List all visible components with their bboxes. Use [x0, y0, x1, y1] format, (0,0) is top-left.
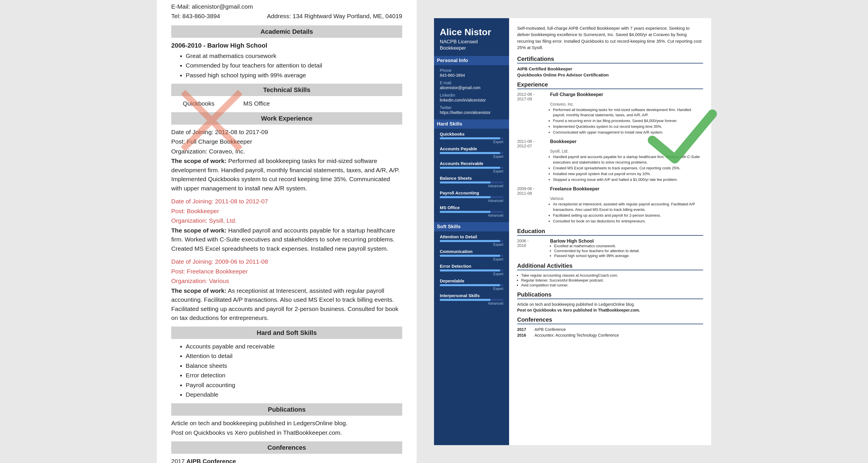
- exp-bullet-1-1: Created MS Excel spreadsheets to track e…: [553, 166, 703, 171]
- exp-title-1: Bookkeeper: [550, 139, 577, 148]
- phone-value: 843-860-3894: [440, 73, 503, 77]
- exp-bullet-2-0: As receptionist at Interescent, assisted…: [553, 202, 703, 212]
- left-resume: Alice Nistor E-Mail: alicenistor@gmail.c…: [157, 0, 417, 463]
- soft-skill-2: Balance sheets: [186, 361, 402, 370]
- work-section-header: Work Experience: [171, 112, 402, 125]
- email-label: E-mail: [440, 80, 503, 85]
- academic-bullets: Great at mathematics coursework Commende…: [186, 51, 402, 80]
- right-conf-year-0: 2017: [517, 327, 529, 332]
- hard-skill-name-5: MS Office: [440, 205, 503, 210]
- hard-skill-name-2: Accounts Receivable: [440, 161, 503, 166]
- work-scope-2: The scope of work: As receptionist at In…: [171, 286, 402, 323]
- activities-container: Take regular accounting classes at Accou…: [521, 273, 703, 287]
- hard-skill-bar-fill-5: [440, 211, 491, 213]
- hard-skill-level-4: Advanced: [440, 199, 503, 203]
- exp-header-1: 2011-08 -2012-07 Bookkeeper: [517, 139, 703, 148]
- soft-skill-bar-fill-0: [440, 240, 500, 242]
- exp-bullets-2: As receptionist at Interescent, assisted…: [553, 202, 703, 224]
- hard-skill-level-2: Expert: [440, 169, 503, 173]
- work-joining-2: Date of Joining: 2009-06 to 2011-08: [171, 257, 402, 266]
- edu-dates-0: 2006 -2010: [517, 238, 546, 259]
- right-conf-year-1: 2016: [517, 333, 529, 337]
- conferences-section-header: Conferences: [171, 441, 402, 454]
- exp-bullet-2-2: Consulted for book on tax deductions for…: [553, 219, 703, 224]
- soft-skill-level-3: Expert: [440, 287, 503, 291]
- work-scope-0: The scope of work: Performed all bookkee…: [171, 156, 402, 193]
- right-conf-entry-1: 2016 Accountex: Accounting Technology Co…: [517, 333, 703, 337]
- soft-skill-level-0: Expert: [440, 242, 503, 246]
- exp-bullet-2-1: Facilitated setting up accounts and payr…: [553, 213, 703, 218]
- hard-skills-title: Hard Skills: [434, 120, 509, 129]
- summary-text: Self-motivated, full-charge AIPB Certifi…: [517, 25, 703, 51]
- soft-skill-bar-fill-2: [440, 269, 500, 271]
- activity-1: Regular listener, Successful Bookkeeper …: [521, 278, 703, 283]
- hard-skill-bar-fill-1: [440, 152, 500, 154]
- right-resume: Alice Nistor NACPB Licensed Bookkeeper P…: [434, 18, 711, 445]
- right-pub-1: Post on Quickbooks vs Xero published in …: [517, 308, 703, 312]
- activity-2: Avid competition trail runner.: [521, 283, 703, 287]
- exp-bullets-1: Handled payroll and accounts payable for…: [553, 154, 703, 182]
- soft-skill-bar-fill-3: [440, 284, 500, 286]
- soft-skill-name-3: Dependable: [440, 278, 503, 283]
- conf-0: 2017 AIPB Conference: [171, 457, 402, 463]
- soft-skill-3: Error detection: [186, 371, 402, 380]
- soft-skill-bar-bg-4: [440, 299, 503, 301]
- phone-label: Phone: [440, 68, 503, 73]
- left-address: Address: 134 Rightward Way Portland, ME,…: [267, 11, 402, 21]
- hard-skill-name-1: Accounts Payable: [440, 146, 503, 151]
- exp-bullet-0-1: Found a recurring error in tax filing pr…: [553, 118, 703, 124]
- work-entry-1: Date of Joining: 2011-08 to 2012-07 Post…: [171, 197, 402, 253]
- soft-skill-0: Accounts payable and receivable: [186, 342, 402, 351]
- experience-title: Experience: [517, 81, 703, 89]
- right-pub-0: Article on tech and bookkeeping publishe…: [517, 302, 703, 307]
- soft-skill-bar-bg-3: [440, 284, 503, 286]
- hard-skill-name-4: Payroll Accounting: [440, 190, 503, 195]
- exp-dates-2: 2009-06 -2011-08: [517, 186, 546, 196]
- right-sidebar: Alice Nistor NACPB Licensed Bookkeeper P…: [434, 18, 509, 445]
- exp-dates-0: 2012-08 -2017-09: [517, 92, 546, 101]
- exp-bullets-0: Performed all bookkeeping tasks for mid-…: [553, 107, 703, 135]
- work-org-0: Organization: Coraveo, Inc.: [171, 147, 402, 156]
- soft-skill-5: Dependable: [186, 390, 402, 399]
- exp-header-2: 2009-06 -2011-08 Freelance Bookkeeper: [517, 186, 703, 196]
- work-scope-1: The scope of work: Handled payroll and a…: [171, 226, 402, 253]
- academic-bullet-1: Commended by four teachers for attention…: [186, 61, 402, 70]
- soft-skill-name-4: Interpersonal Skills: [440, 293, 503, 298]
- right-conf-name-0: AIPB Conference: [534, 327, 566, 332]
- activities-title: Additional Activities: [517, 263, 703, 270]
- edu-entry-0: 2006 -2010 Barlow High School Excelled a…: [517, 238, 703, 259]
- work-entry-0: Date of Joining: 2012-08 to 2017-09 Post…: [171, 128, 402, 193]
- edu-bullets-0: Excelled at mathematics coursework.Comme…: [554, 244, 640, 258]
- hard-skill-level-0: Expert: [440, 140, 503, 144]
- skill-quickbooks: Quickbooks: [183, 99, 215, 108]
- soft-skill-name-2: Error Detection: [440, 264, 503, 269]
- exp-bullet-0-2: Implemented Quickbooks system to cut rec…: [553, 124, 703, 129]
- left-tel: Tel: 843-860-3894: [171, 11, 220, 21]
- linkedin-label: LinkedIn: [440, 93, 503, 98]
- soft-skill-name-1: Communication: [440, 249, 503, 254]
- hard-skill-name-3: Balance Sheets: [440, 176, 503, 180]
- hard-skill-bar-fill-2: [440, 167, 500, 169]
- work-entry-2: Date of Joining: 2009-06 to 2011-08 Post…: [171, 257, 402, 323]
- right-main-content: Self-motivated, full-charge AIPB Certifi…: [509, 18, 711, 445]
- hard-skill-bar-bg-1: [440, 152, 503, 154]
- hard-skill-level-1: Expert: [440, 155, 503, 159]
- hard-skill-bar-bg-3: [440, 181, 503, 184]
- soft-skill-bar-bg-1: [440, 255, 503, 257]
- conf-year-0: 2017: [171, 458, 185, 463]
- work-org-2: Organization: Various: [171, 276, 402, 286]
- certifications-title: Certifications: [517, 56, 703, 63]
- hard-skill-bar-bg-0: [440, 137, 503, 139]
- exp-title-0: Full Charge Bookkeeper: [550, 92, 603, 101]
- soft-skills-list: Accounts payable and receivable Attentio…: [186, 342, 402, 399]
- publications-title: Publications: [517, 291, 703, 299]
- right-subtitle: NACPB Licensed Bookkeeper: [440, 39, 503, 51]
- hard-skill-bar-fill-3: [440, 181, 491, 184]
- twitter-value: https://twitter.com/alicenistor: [440, 110, 503, 115]
- academic-section-header: Academic Details: [171, 25, 402, 38]
- work-joining-0: Date of Joining: 2012-08 to 2017-09: [171, 128, 402, 137]
- hard-skills-container: Quickbooks Expert Accounts Payable Exper…: [440, 132, 503, 218]
- scope-label-1: The scope of work:: [171, 227, 226, 234]
- exp-bullet-1-3: Stopped a recurring issue with A/P and h…: [553, 177, 703, 182]
- soft-skill-level-4: Advanced: [440, 301, 503, 305]
